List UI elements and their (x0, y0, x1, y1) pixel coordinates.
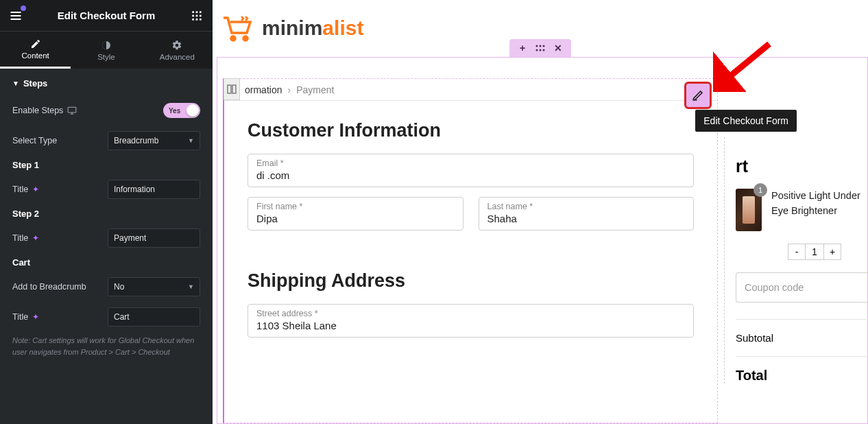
svg-point-18 (536, 45, 538, 47)
column-handle[interactable] (224, 78, 240, 100)
svg-rect-11 (200, 19, 202, 21)
panel-tabs: Content Style Advanced (0, 32, 213, 69)
qty-increase-button[interactable]: + (823, 244, 841, 260)
caret-down-icon: ▼ (12, 80, 19, 87)
breadcrumb-step2[interactable]: Payment (296, 84, 334, 95)
subtotal-label: Subtotal (736, 332, 773, 344)
step2-header: Step 2 (12, 209, 200, 219)
qty-decrease-button[interactable]: - (788, 244, 806, 260)
chevron-down-icon: ▼ (188, 137, 194, 144)
cart-logo-icon (221, 14, 254, 43)
step2-title-value: Payment (114, 233, 146, 243)
cart-item: 1 Positive Light Under Eye Brightener (736, 189, 868, 231)
breadcrumb-step1[interactable]: ormation (245, 84, 282, 95)
edit-widget-tooltip: Edit Checkout Form (695, 110, 797, 132)
cart-title-input[interactable]: Cart (108, 307, 200, 327)
quantity-stepper: - 1 + (788, 244, 868, 260)
section-toolbar: + ✕ (509, 39, 571, 57)
email-value: di .com (256, 169, 685, 181)
coupon-placeholder: Coupon code (745, 282, 804, 293)
cart-title-label: Title (12, 312, 28, 322)
first-name-value: Dipa (256, 213, 455, 224)
last-name-value: Shaha (487, 213, 686, 224)
subtotal-row: Subtotal (736, 319, 868, 356)
coupon-input[interactable]: Coupon code (736, 272, 868, 303)
step1-title-input[interactable]: Information (108, 180, 200, 199)
ai-sparkle-icon: ✦ (32, 185, 39, 194)
section-steps-label: Steps (23, 78, 47, 89)
add-breadcrumb-label: Add to Breadcrumb (12, 282, 86, 292)
email-label: Email * (256, 158, 685, 168)
svg-rect-6 (192, 14, 194, 16)
ai-sparkle-icon: ✦ (32, 233, 39, 243)
step1-header: Step 1 (12, 160, 200, 170)
tab-content-label: Content (22, 51, 49, 60)
product-thumbnail: 1 (736, 189, 762, 231)
chevron-down-icon: ▼ (188, 283, 194, 290)
tab-advanced[interactable]: Advanced (142, 32, 213, 69)
enable-steps-toggle[interactable]: Yes (163, 103, 200, 118)
desktop-icon (67, 106, 77, 115)
svg-rect-5 (200, 11, 202, 13)
cart-header: Cart (12, 257, 200, 268)
widget-container: ormation › Payment Customer Information … (223, 78, 718, 423)
panel-body: ▼ Steps Enable Steps Yes Select Type Bre… (0, 69, 213, 424)
total-row: Total (736, 356, 868, 384)
tab-style-label: Style (97, 53, 115, 61)
add-breadcrumb-value: No (114, 282, 124, 292)
select-type-value: Breadcrumb (114, 136, 158, 145)
panel-title: Edit Checkout Form (25, 10, 188, 21)
svg-point-21 (536, 49, 538, 51)
widgets-grid-button[interactable] (188, 7, 206, 25)
svg-point-19 (540, 45, 542, 47)
enable-steps-label: Enable Steps (12, 106, 63, 115)
svg-rect-9 (192, 19, 194, 21)
brand-logo: minimalist (262, 16, 363, 40)
street-label: Street address * (256, 309, 685, 318)
checkout-breadcrumb: ormation › Payment (224, 79, 717, 101)
total-label: Total (736, 368, 767, 383)
drag-section-handle[interactable] (535, 43, 545, 53)
street-field[interactable]: Street address * 1103 Sheila Lane (248, 304, 694, 338)
edit-widget-button[interactable] (684, 82, 712, 109)
street-value: 1103 Sheila Lane (256, 320, 685, 331)
qty-value: 1 (806, 244, 823, 260)
tab-style[interactable]: Style (71, 32, 141, 69)
tab-advanced-label: Advanced (160, 53, 195, 61)
cart-note: Note: Cart settings will work for Global… (12, 335, 200, 357)
svg-rect-3 (192, 11, 194, 13)
customer-info-heading: Customer Information (248, 120, 694, 141)
hamburger-menu-button[interactable] (7, 7, 25, 25)
first-name-field[interactable]: First name * Dipa (248, 197, 463, 231)
email-field[interactable]: Email * di .com (248, 154, 694, 187)
svg-rect-8 (200, 14, 202, 16)
notification-dot-icon (21, 5, 26, 11)
svg-rect-25 (232, 85, 236, 93)
panel-header: Edit Checkout Form (0, 0, 213, 32)
select-type-dropdown[interactable]: Breadcrumb ▼ (108, 131, 200, 150)
chevron-right-icon: › (287, 84, 291, 95)
add-section-button[interactable]: + (518, 43, 527, 53)
product-name: Positive Light Under Eye Brightener (771, 189, 868, 231)
preview-canvas: minimalist + ✕ ormation › Payment Custom… (213, 0, 868, 424)
svg-point-17 (243, 36, 248, 40)
svg-rect-24 (228, 85, 231, 93)
step2-title-input[interactable]: Payment (108, 228, 200, 248)
tab-content[interactable]: Content (0, 32, 71, 69)
last-name-field[interactable]: Last name * Shaha (479, 197, 695, 231)
svg-rect-4 (196, 11, 198, 13)
close-section-button[interactable]: ✕ (553, 43, 563, 53)
section-steps-header[interactable]: ▼ Steps (12, 78, 200, 89)
select-type-label: Select Type (12, 136, 57, 145)
qty-badge: 1 (754, 183, 767, 197)
cart-title: rt (736, 156, 868, 176)
add-breadcrumb-dropdown[interactable]: No ▼ (108, 277, 200, 296)
brand-part1: minim (262, 16, 322, 39)
step2-title-label: Title (12, 233, 28, 243)
step1-title-label: Title (12, 185, 28, 194)
svg-point-23 (543, 49, 545, 51)
cart-title-value: Cart (114, 312, 130, 322)
svg-point-22 (540, 49, 542, 51)
svg-rect-7 (196, 14, 198, 16)
pencil-icon (692, 89, 704, 102)
